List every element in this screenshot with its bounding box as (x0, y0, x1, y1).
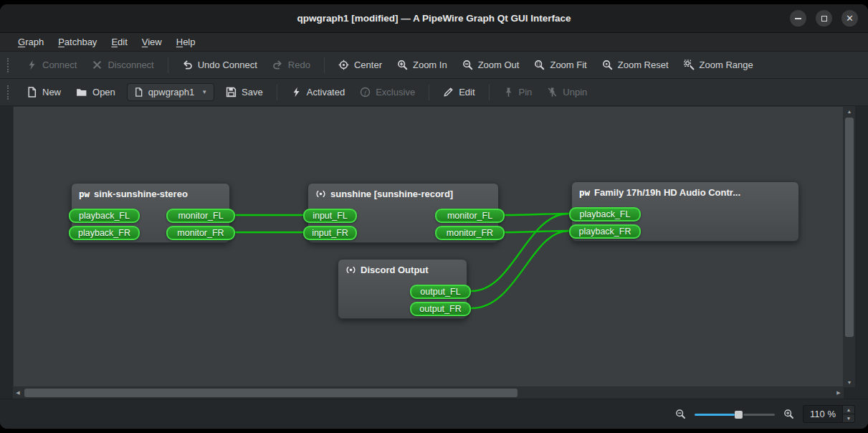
menu-graph[interactable]: Graph (11, 34, 50, 49)
zoom-in-button[interactable]: Zoom In (391, 55, 454, 75)
port-monitor-fr[interactable]: monitor_FR (435, 226, 505, 240)
spin-down-icon[interactable]: ▼ (843, 414, 854, 422)
toolbar-separator (489, 85, 490, 100)
activated-icon (291, 87, 302, 97)
horizontal-scrollbar-thumb[interactable] (24, 389, 518, 397)
zoom-out-button[interactable]: Zoom Out (456, 55, 526, 75)
exclusive-icon: f (360, 87, 371, 97)
new-button[interactable]: New (20, 82, 67, 102)
svg-text:f: f (364, 89, 367, 96)
exclusive-button[interactable]: f Exclusive (353, 82, 421, 102)
minimize-button[interactable] (790, 10, 806, 27)
patchbay-toolbar: New Open qpwgraph1 ▼ Save Activated (0, 79, 868, 106)
zoom-spin-buttons: ▲ ▼ (842, 406, 854, 422)
zoom-range-button[interactable]: Zoom Range (677, 55, 760, 75)
chevron-down-icon: ▼ (201, 89, 207, 95)
node-header: Discord Output (338, 260, 467, 275)
port-monitor-fl[interactable]: monitor_FL (166, 209, 235, 223)
connect-icon (27, 60, 37, 70)
zoom-in-icon (397, 60, 408, 70)
scroll-left-icon[interactable]: ◀ (13, 387, 23, 399)
toolbar-separator (324, 57, 325, 73)
redo-button[interactable]: Redo (266, 55, 317, 75)
zoom-value[interactable]: 110 % (803, 406, 842, 422)
open-button[interactable]: Open (70, 82, 122, 102)
port-output-fl[interactable]: output_FL (410, 285, 471, 299)
main-content: pw sink-sunshine-stereo playback_FL play… (0, 106, 868, 429)
zoom-slider-track-filled (695, 414, 735, 416)
port-playback-fr[interactable]: playback_FR (569, 224, 641, 239)
titlebar[interactable]: qpwgraph1 [modified] — A PipeWire Graph … (0, 4, 868, 33)
port-input-fl[interactable]: input_FL (303, 209, 357, 223)
graph-node-sink-sunshine-stereo[interactable]: pw sink-sunshine-stereo playback_FL play… (71, 183, 230, 243)
zoom-reset-icon (602, 60, 613, 70)
port-monitor-fr[interactable]: monitor_FR (166, 226, 235, 240)
connect-button[interactable]: Connect (20, 55, 83, 75)
window-title: qpwgraph1 [modified] — A PipeWire Graph … (297, 13, 571, 24)
menu-edit[interactable]: Edit (105, 34, 133, 49)
menu-patchbay[interactable]: Patchbay (52, 34, 103, 49)
zoom-out-icon[interactable] (675, 409, 686, 419)
scroll-up-icon[interactable]: ▲ (844, 106, 855, 116)
zoom-slider[interactable] (695, 408, 775, 421)
node-header: pw Family 17h/19h HD Audio Contr... (572, 182, 798, 198)
graph-node-sunshine[interactable]: sunshine [sunshine-record] input_FL inpu… (307, 183, 499, 243)
spin-up-icon[interactable]: ▲ (843, 406, 854, 414)
minimize-icon (795, 18, 801, 19)
node-title: Discord Output (361, 265, 429, 275)
graph-node-family-hd-audio[interactable]: pw Family 17h/19h HD Audio Contr... play… (571, 181, 799, 242)
edit-icon (443, 87, 454, 97)
zoom-out-icon (462, 60, 473, 70)
zoom-spinbox[interactable]: 110 % ▲ ▼ (803, 405, 855, 423)
unpin-icon (547, 87, 558, 97)
node-header: sunshine [sunshine-record] (308, 184, 498, 199)
save-button[interactable]: Save (219, 82, 270, 102)
scroll-down-icon[interactable]: ▼ (844, 377, 855, 387)
unpin-button[interactable]: Unpin (540, 82, 593, 102)
zoom-range-icon (684, 60, 695, 70)
zoom-slider-track (743, 414, 775, 416)
center-button[interactable]: Center (332, 55, 388, 75)
port-input-fr[interactable]: input_FR (303, 226, 357, 240)
zoom-in-icon[interactable] (783, 409, 794, 419)
toolbar-separator (277, 85, 277, 100)
graph-toolbar: Connect Disconnect Undo Connect Redo Cen… (0, 52, 868, 79)
save-icon (226, 87, 237, 97)
vertical-scrollbar-thumb[interactable] (845, 118, 854, 337)
graph-canvas[interactable]: pw sink-sunshine-stereo playback_FL play… (13, 106, 844, 387)
menubar: Graph Patchbay Edit View Help (0, 33, 868, 52)
zoom-fit-button[interactable]: Zoom Fit (528, 55, 593, 75)
toolbar-handle[interactable] (7, 58, 11, 72)
graph-node-discord-output[interactable]: Discord Output output_FL output_FR (338, 259, 467, 319)
maximize-button[interactable] (816, 10, 832, 27)
undo-connect-button[interactable]: Undo Connect (176, 55, 264, 75)
port-playback-fr[interactable]: playback_FR (69, 226, 140, 240)
node-header: pw sink-sunshine-stereo (72, 184, 229, 199)
menu-view[interactable]: View (135, 34, 168, 49)
port-playback-fl[interactable]: playback_FL (69, 209, 140, 223)
pipewire-icon: pw (579, 187, 590, 198)
scroll-right-icon[interactable]: ▶ (834, 387, 844, 399)
patchbay-file-icon (134, 87, 143, 97)
undo-icon (182, 60, 193, 70)
pin-button[interactable]: Pin (497, 82, 539, 102)
zoom-reset-button[interactable]: Zoom Reset (596, 55, 675, 75)
disconnect-button[interactable]: Disconnect (85, 55, 160, 75)
port-playback-fl[interactable]: playback_FL (569, 207, 641, 222)
menu-help[interactable]: Help (170, 34, 202, 49)
node-title: sunshine [sunshine-record] (330, 189, 453, 199)
vertical-scrollbar[interactable]: ▲ ▼ (844, 106, 855, 387)
audio-app-icon (345, 265, 356, 275)
node-title: Family 17h/19h HD Audio Contr... (594, 187, 740, 198)
patchbay-combo[interactable]: qpwgraph1 ▼ (127, 83, 214, 101)
close-button[interactable]: ✕ (841, 10, 858, 27)
zoom-slider-handle[interactable] (735, 411, 743, 419)
port-output-fr[interactable]: output_FR (410, 302, 471, 316)
activated-button[interactable]: Activated (285, 82, 351, 102)
redo-icon (272, 60, 283, 70)
horizontal-scrollbar[interactable]: ◀ ▶ (13, 387, 844, 399)
toolbar-handle[interactable] (7, 85, 11, 100)
port-monitor-fl[interactable]: monitor_FL (435, 209, 505, 223)
patchbay-combo-value: qpwgraph1 (148, 87, 194, 97)
edit-button[interactable]: Edit (437, 82, 481, 102)
